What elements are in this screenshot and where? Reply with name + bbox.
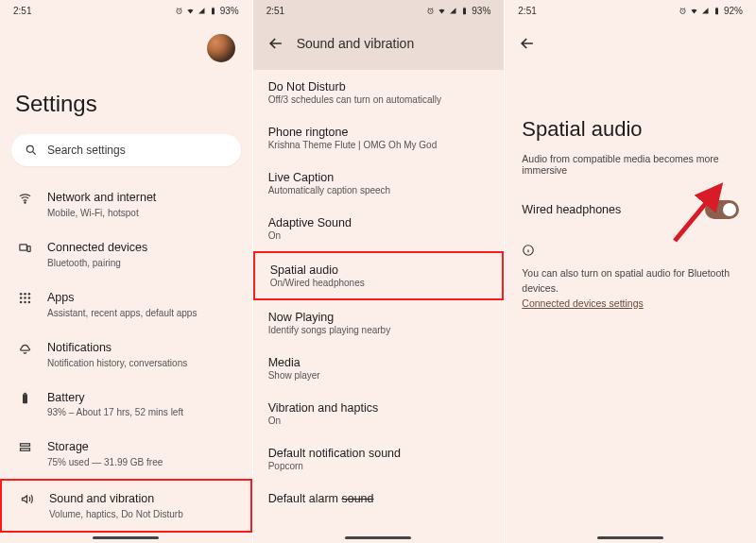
- item-sub: 93% – About 17 hrs, 52 mins left: [47, 406, 237, 418]
- item-sub: 75% used — 31.99 GB free: [47, 456, 237, 468]
- bell-icon: [18, 341, 32, 355]
- battery-pct: 93%: [220, 6, 239, 16]
- item-title: Now Playing: [268, 311, 490, 324]
- svg-rect-2: [212, 7, 214, 8]
- page-title: Spatial audio: [505, 60, 756, 153]
- battery-icon: [18, 391, 32, 405]
- svg-rect-5: [19, 245, 26, 250]
- item-title: Do Not Disturb: [268, 80, 490, 93]
- item-title: Notifications: [47, 340, 237, 356]
- settings-item-network[interactable]: Network and internetMobile, Wi-Fi, hotsp…: [0, 179, 252, 229]
- alarm-icon: [175, 7, 183, 15]
- back-button[interactable]: [518, 34, 537, 53]
- battery-icon: [713, 7, 721, 15]
- search-placeholder: Search settings: [47, 144, 126, 157]
- item-title: Phone ringtone: [268, 126, 490, 139]
- three-panel-screenshot: 2:51 93% Settings Search settings Networ…: [0, 0, 756, 543]
- svg-point-11: [24, 297, 26, 299]
- battery-pct: 93%: [472, 6, 490, 16]
- header-row: [0, 21, 252, 70]
- statusbar: 2:51 93%: [0, 0, 252, 21]
- settings-item-apps[interactable]: AppsAssistant, recent apps, default apps: [0, 280, 252, 330]
- devices-icon: [18, 241, 32, 255]
- sound-item-alarm-sound[interactable]: Default alarm sound: [253, 482, 505, 516]
- sound-item-vibration[interactable]: Vibration and hapticsOn: [253, 391, 505, 436]
- wifi-icon: [690, 7, 698, 15]
- svg-rect-18: [20, 444, 29, 447]
- item-sub: Notification history, conversations: [47, 357, 237, 369]
- item-title: Spatial audio: [270, 263, 488, 277]
- battery-pct: 92%: [724, 6, 743, 16]
- svg-rect-17: [24, 392, 26, 393]
- status-icons: 93%: [426, 6, 490, 16]
- svg-point-12: [27, 297, 30, 299]
- wifi-icon: [18, 191, 32, 205]
- item-sub: On/Wired headphones: [270, 278, 488, 288]
- svg-rect-25: [716, 7, 718, 8]
- item-title: Sound and vibration: [49, 491, 235, 507]
- clock: 2:51: [518, 6, 536, 16]
- item-sub: Off/3 schedules can turn on automaticall…: [268, 94, 490, 105]
- signal-icon: [701, 7, 710, 15]
- svg-point-9: [27, 293, 30, 296]
- item-sub: Bluetooth, pairing: [47, 257, 237, 269]
- svg-rect-21: [463, 8, 466, 14]
- header-title: Sound and vibration: [297, 36, 415, 51]
- item-title: Network and internet: [47, 190, 237, 206]
- item-title: Storage: [47, 439, 237, 455]
- item-title: Vibration and haptics: [268, 401, 490, 415]
- sound-item-dnd[interactable]: Do Not DisturbOff/3 schedules can turn o…: [253, 70, 505, 115]
- header-row: [505, 21, 756, 60]
- sound-item-media[interactable]: MediaShow player: [253, 346, 505, 391]
- settings-item-storage[interactable]: Storage75% used — 31.99 GB free: [0, 429, 252, 479]
- item-sub: On: [268, 416, 490, 426]
- info-row: [505, 232, 756, 266]
- clock: 2:51: [266, 6, 284, 16]
- settings-item-battery[interactable]: Battery93% – About 17 hrs, 52 mins left: [0, 380, 252, 430]
- sound-item-notif-sound[interactable]: Default notification soundPopcorn: [253, 436, 505, 482]
- sound-item-ringtone[interactable]: Phone ringtoneKrishna Theme Flute | OMG …: [253, 115, 505, 161]
- spatial-audio-panel: 2:51 92% Spatial audio Audio from compat…: [504, 0, 756, 543]
- status-icons: 92%: [679, 6, 743, 16]
- back-button[interactable]: [266, 34, 285, 53]
- item-title: Default notification sound: [268, 447, 490, 460]
- item-sub: Identify songs playing nearby: [268, 325, 490, 335]
- nav-handle[interactable]: [597, 536, 663, 539]
- toggle-label: Wired headphones: [522, 203, 621, 216]
- svg-point-3: [26, 145, 33, 152]
- svg-rect-19: [20, 449, 29, 451]
- nav-handle[interactable]: [345, 536, 411, 539]
- toggle-thumb: [723, 203, 736, 216]
- wifi-icon: [438, 7, 446, 15]
- item-title: Apps: [47, 290, 237, 306]
- svg-rect-6: [27, 246, 30, 252]
- storage-icon: [18, 440, 32, 454]
- svg-point-7: [19, 293, 22, 296]
- search-input[interactable]: Search settings: [11, 134, 241, 166]
- settings-item-connected-devices[interactable]: Connected devicesBluetooth, pairing: [0, 229, 252, 280]
- sound-item-now-playing[interactable]: Now PlayingIdentify songs playing nearby: [253, 300, 505, 346]
- sound-item-live-caption[interactable]: Live CaptionAutomatically caption speech: [253, 161, 505, 206]
- sound-item-adaptive-sound[interactable]: Adaptive SoundOn: [253, 206, 505, 251]
- wired-headphones-row: Wired headphones: [505, 193, 756, 232]
- settings-item-sound-vibration[interactable]: Sound and vibrationVolume, haptics, Do N…: [0, 479, 252, 533]
- item-sub: Automatically caption speech: [268, 185, 490, 195]
- alarm-icon: [426, 7, 435, 15]
- statusbar: 2:51 92%: [505, 0, 756, 21]
- item-title: Media: [268, 356, 490, 369]
- settings-item-notifications[interactable]: NotificationsNotification history, conve…: [0, 330, 252, 380]
- svg-point-14: [24, 300, 26, 303]
- alarm-icon: [679, 7, 687, 15]
- wired-headphones-toggle[interactable]: [705, 200, 739, 219]
- item-sub: Volume, haptics, Do Not Disturb: [49, 508, 235, 520]
- page-description: Audio from compatible media becomes more…: [505, 153, 756, 193]
- svg-rect-16: [23, 394, 27, 403]
- nav-handle[interactable]: [93, 536, 159, 539]
- avatar[interactable]: [207, 34, 235, 62]
- search-icon: [25, 144, 38, 157]
- connected-devices-link[interactable]: Connected devices settings: [522, 297, 643, 309]
- info-icon: [522, 244, 535, 257]
- svg-point-4: [24, 202, 25, 203]
- info-text: You can also turn on spatial audio for B…: [505, 266, 756, 311]
- sound-item-spatial-audio[interactable]: Spatial audioOn/Wired headphones: [253, 251, 505, 300]
